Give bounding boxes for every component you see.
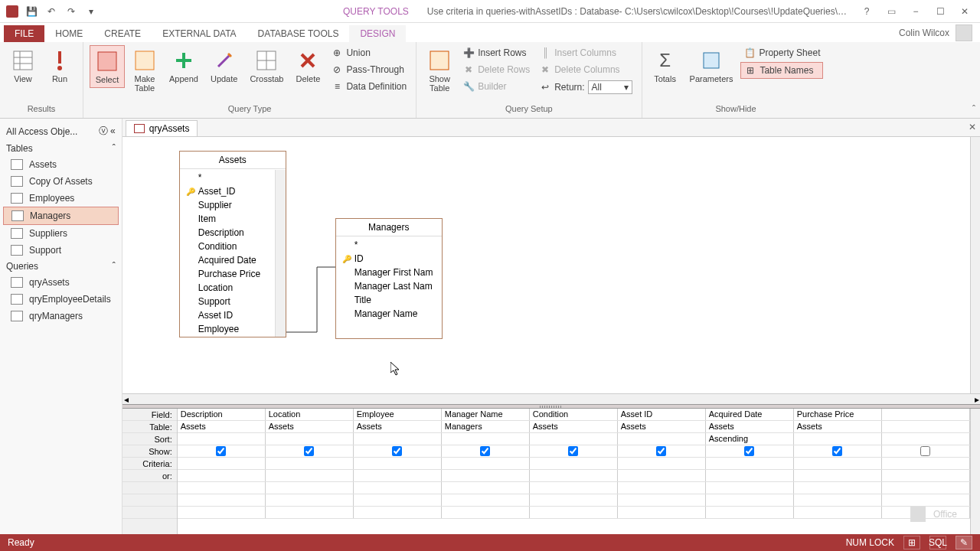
show-checkbox[interactable] — [744, 446, 754, 456]
qbe-cell[interactable]: Asset ID — [618, 409, 706, 420]
qbe-cell[interactable] — [266, 458, 354, 469]
qbe-cell[interactable] — [354, 445, 442, 457]
nav-table-item[interactable]: Suppliers — [3, 225, 119, 242]
qbe-cell[interactable] — [618, 458, 706, 469]
qbe-cell[interactable] — [882, 433, 970, 445]
qbe-cell[interactable] — [706, 458, 794, 469]
qbe-cell[interactable] — [882, 409, 970, 420]
maximize-icon[interactable]: ☐ — [933, 4, 948, 19]
field-item[interactable]: 🔑ID — [338, 252, 440, 266]
qbe-cell[interactable] — [178, 482, 266, 494]
qbe-vscroll[interactable] — [970, 409, 980, 540]
qbe-cell[interactable] — [706, 482, 794, 494]
show-checkbox[interactable] — [920, 446, 930, 456]
view-button[interactable]: View — [6, 45, 40, 86]
field-item[interactable]: * — [181, 171, 284, 184]
qbe-grid[interactable]: DescriptionLocationEmployeeManager NameC… — [178, 409, 970, 540]
close-icon[interactable]: ✕ — [957, 4, 972, 19]
sql-view-button[interactable]: SQL — [929, 536, 946, 549]
qbe-cell[interactable] — [618, 494, 706, 506]
qbe-cell[interactable] — [354, 470, 442, 481]
field-item[interactable]: Acquired Date — [181, 253, 284, 267]
field-item[interactable]: Purchase Price — [181, 267, 284, 281]
field-item[interactable]: Support — [181, 295, 284, 308]
nav-table-item[interactable]: Managers — [3, 207, 119, 225]
qbe-cell[interactable] — [706, 445, 794, 457]
qbe-cell[interactable] — [354, 458, 442, 469]
table-names-button[interactable]: ⊞Table Names — [740, 62, 823, 79]
tab-home[interactable]: HOME — [44, 25, 93, 42]
crosstab-button[interactable]: Crosstab — [245, 45, 288, 86]
scrollbar[interactable] — [275, 170, 286, 337]
make-table-button[interactable]: Make Table — [128, 45, 162, 96]
qbe-cell[interactable] — [354, 482, 442, 494]
qat-dropdown-icon[interactable]: ▾ — [84, 5, 98, 18]
redo-icon[interactable]: ↷ — [64, 5, 78, 18]
qbe-cell[interactable] — [442, 507, 530, 518]
field-item[interactable]: Manager Last Nam — [338, 279, 440, 293]
field-item[interactable]: Manager Name — [338, 307, 440, 321]
relationship-line[interactable] — [286, 259, 335, 336]
qbe-cell[interactable]: Assets — [618, 421, 706, 432]
nav-dropdown-icon[interactable]: ⓥ « — [99, 125, 116, 138]
nav-query-item[interactable]: qryEmployeeDetails — [3, 291, 119, 308]
qbe-cell[interactable] — [266, 482, 354, 494]
qbe-cell[interactable] — [618, 482, 706, 494]
qbe-cell[interactable] — [530, 433, 618, 445]
ribbon-display-icon[interactable]: ▭ — [884, 4, 899, 19]
datasheet-view-button[interactable]: ⊞ — [903, 536, 920, 549]
qbe-cell[interactable] — [442, 470, 530, 481]
qbe-cell[interactable] — [354, 433, 442, 445]
qbe-cell[interactable]: Assets — [266, 421, 354, 432]
tab-database-tools[interactable]: DATABASE TOOLS — [247, 25, 350, 42]
qbe-cell[interactable]: Managers — [442, 421, 530, 432]
qbe-cell[interactable] — [354, 494, 442, 506]
tab-create[interactable]: CREATE — [93, 25, 152, 42]
show-checkbox[interactable] — [304, 446, 314, 456]
nav-table-item[interactable]: Copy Of Assets — [3, 173, 119, 190]
close-tab-icon[interactable]: ✕ — [969, 122, 976, 132]
field-item[interactable]: Condition — [181, 240, 284, 253]
qbe-cell[interactable] — [706, 507, 794, 518]
qbe-cell[interactable] — [266, 445, 354, 457]
nav-tables-header[interactable]: Tablesˆ — [3, 141, 119, 156]
qbe-cell[interactable] — [354, 507, 442, 518]
field-item[interactable]: Manager First Nam — [338, 266, 440, 279]
datadef-button[interactable]: ≡Data Definition — [328, 79, 410, 94]
field-item[interactable]: Description — [181, 226, 284, 240]
nav-table-item[interactable]: Support — [3, 242, 119, 259]
nav-table-item[interactable]: Employees — [3, 190, 119, 207]
qbe-cell[interactable] — [794, 470, 882, 481]
collapse-ribbon-icon[interactable]: ˆ — [972, 104, 975, 115]
return-dropdown[interactable]: ↩ Return: All▾ — [536, 79, 635, 96]
document-tab-qryassets[interactable]: qryAssets — [126, 120, 198, 136]
field-item[interactable]: * — [338, 238, 440, 252]
undo-icon[interactable]: ↶ — [44, 5, 58, 18]
qbe-cell[interactable]: Acquired Date — [706, 409, 794, 420]
help-icon[interactable]: ? — [859, 4, 874, 19]
qbe-cell[interactable] — [706, 494, 794, 506]
qbe-cell[interactable] — [530, 470, 618, 481]
update-button[interactable]: Update — [206, 45, 242, 86]
qbe-cell[interactable] — [794, 445, 882, 457]
query-design-canvas[interactable]: Assets *🔑Asset_IDSupplierItemDescription… — [122, 137, 980, 393]
qbe-cell[interactable]: Assets — [354, 421, 442, 432]
qbe-cell[interactable] — [178, 507, 266, 518]
table-assets[interactable]: Assets *🔑Asset_IDSupplierItemDescription… — [179, 151, 286, 337]
qbe-cell[interactable] — [618, 470, 706, 481]
field-item[interactable]: Employee — [181, 322, 284, 336]
nav-title[interactable]: All Access Obje... — [6, 126, 77, 137]
qbe-cell[interactable] — [442, 482, 530, 494]
qbe-cell[interactable] — [794, 458, 882, 469]
union-button[interactable]: ⊕Union — [328, 45, 410, 60]
qbe-cell[interactable] — [530, 507, 618, 518]
qbe-cell[interactable] — [882, 482, 970, 494]
canvas-hscroll[interactable]: ◂ ▸ — [122, 393, 980, 404]
property-sheet-button[interactable]: 📋Property Sheet — [740, 45, 823, 60]
select-query-button[interactable]: Select — [90, 45, 125, 88]
nav-table-item[interactable]: Assets — [3, 156, 119, 173]
nav-queries-header[interactable]: Queriesˆ — [3, 259, 119, 274]
builder-button[interactable]: 🔧Builder — [459, 79, 533, 94]
qbe-cell[interactable]: Assets — [178, 421, 266, 432]
design-view-button[interactable]: ✎ — [956, 536, 972, 549]
